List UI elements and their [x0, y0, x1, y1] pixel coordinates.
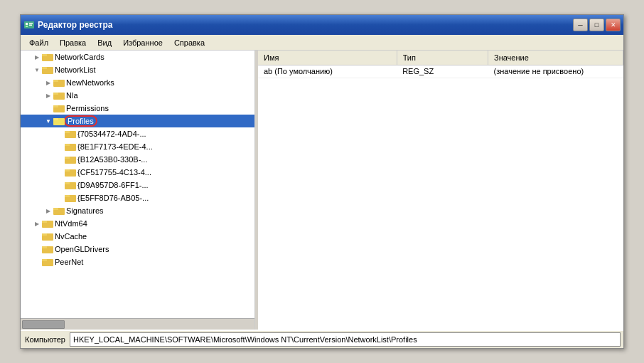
maximize-button[interactable]: □: [589, 19, 604, 31]
menu-file[interactable]: Файл: [23, 37, 54, 48]
app-icon: [23, 19, 35, 31]
tree-hscroll[interactable]: [21, 318, 254, 330]
cell-type: REG_SZ: [397, 65, 488, 78]
expander-guid5[interactable]: [55, 180, 65, 190]
label-permissions: Permissions: [66, 104, 109, 112]
titlebar: Редактор реестра ─ □ ✕: [21, 15, 623, 35]
expander-networkcards[interactable]: ▶: [32, 52, 42, 62]
tree-item-peernet[interactable]: PeerNet: [21, 256, 254, 268]
menu-favorites[interactable]: Избранное: [117, 37, 168, 48]
tree-item-nla[interactable]: ▶ Nla: [21, 89, 254, 102]
tree-scrollable[interactable]: ▶ NetworkCards ▼ NetworkList: [21, 51, 254, 318]
label-networklist: NetworkList: [55, 65, 95, 74]
tree-hscroll-thumb[interactable]: [22, 320, 65, 329]
folder-icon-guid1: [65, 129, 76, 139]
label-nla: Nla: [66, 91, 78, 100]
svg-rect-36: [42, 246, 47, 248]
expander-guid3[interactable]: [55, 154, 65, 164]
label-networkcards: NetworkCards: [55, 53, 104, 61]
expander-opengl[interactable]: [32, 244, 42, 254]
tree-item-guid1[interactable]: {70534472-4AD4-...: [21, 127, 254, 140]
svg-rect-28: [65, 195, 70, 197]
tree-item-ntvdm64[interactable]: ▶ NtVdm64: [21, 217, 254, 230]
tree-item-guid2[interactable]: {8E1F7173-4EDE-4...: [21, 140, 254, 153]
tree-item-newnetworks[interactable]: ▶ NewNetworks: [21, 76, 254, 89]
expander-profiles[interactable]: ▼: [43, 116, 53, 126]
label-newnetworks: NewNetworks: [66, 78, 114, 87]
status-path: HKEY_LOCAL_MACHINE\SOFTWARE\Microsoft\Wi…: [73, 335, 417, 344]
expander-nvcache[interactable]: [32, 231, 42, 241]
svg-rect-4: [26, 26, 28, 27]
svg-rect-18: [65, 131, 70, 133]
tree-item-guid3[interactable]: {B12A53B0-330B-...: [21, 153, 254, 166]
tree-item-guid6[interactable]: {E5FF8D76-AB05-...: [21, 191, 254, 204]
registry-editor-window: Редактор реестра ─ □ ✕ Файл Правка Вид И…: [20, 14, 624, 349]
svg-rect-20: [65, 144, 70, 146]
svg-rect-14: [53, 105, 58, 107]
svg-rect-26: [65, 182, 70, 184]
tree-item-networkcards[interactable]: ▶ NetworkCards: [21, 51, 254, 63]
table-row[interactable]: ab (По умолчанию) REG_SZ (значение не пр…: [258, 65, 623, 78]
label-signatures: Signatures: [66, 206, 104, 215]
menu-view[interactable]: Вид: [92, 37, 117, 48]
expander-permissions[interactable]: [43, 103, 53, 113]
folder-icon-guid2: [65, 142, 76, 152]
col-header-type: Тип: [397, 51, 488, 65]
label-opengl: OpenGLDrivers: [55, 245, 109, 253]
tree-item-permissions[interactable]: Permissions: [21, 102, 254, 115]
expander-ntvdm64[interactable]: ▶: [32, 219, 42, 228]
tree-item-guid5[interactable]: {D9A957D8-6FF1-...: [21, 179, 254, 191]
svg-rect-34: [42, 233, 47, 236]
expander-signatures[interactable]: ▶: [43, 206, 53, 216]
tree-item-nvcache[interactable]: NvCache: [21, 230, 254, 243]
expander-nla[interactable]: ▶: [43, 90, 53, 100]
folder-icon-nvcache: [42, 231, 53, 241]
folder-icon-opengl: [42, 244, 53, 254]
minimize-button[interactable]: ─: [573, 19, 588, 31]
titlebar-buttons: ─ □ ✕: [573, 19, 621, 31]
menu-help[interactable]: Справка: [168, 37, 210, 48]
tree-panel: ▶ NetworkCards ▼ NetworkList: [21, 51, 255, 330]
folder-icon-peernet: [42, 257, 53, 267]
label-ntvdm64: NtVdm64: [55, 219, 87, 228]
label-guid3: {B12A53B0-330B-...: [77, 155, 147, 164]
folder-icon-newnetworks: [53, 78, 65, 88]
tree-item-networklist[interactable]: ▼ NetworkList: [21, 63, 254, 76]
cell-value: (значение не присвоено): [488, 65, 623, 78]
svg-rect-38: [42, 259, 47, 261]
expander-peernet[interactable]: [32, 257, 42, 267]
label-peernet: PeerNet: [55, 258, 83, 266]
status-computer-label: Компьютер: [21, 335, 70, 344]
svg-rect-30: [53, 208, 58, 210]
svg-rect-22: [65, 157, 70, 159]
label-profiles: Profiles: [64, 115, 97, 127]
folder-icon-guid4: [65, 167, 76, 177]
close-button[interactable]: ✕: [606, 19, 621, 31]
tree-item-signatures[interactable]: ▶ Signatures: [21, 204, 254, 217]
tree-item-guid4[interactable]: {CF517755-4C13-4...: [21, 166, 254, 179]
folder-icon-networkcards: [42, 52, 53, 62]
expander-guid1[interactable]: [55, 129, 65, 139]
folder-icon-profiles: [53, 116, 65, 126]
folder-icon-networklist: [42, 65, 53, 75]
label-nvcache: NvCache: [55, 232, 87, 241]
folder-icon-permissions: [53, 103, 65, 113]
label-guid5: {D9A957D8-6FF1-...: [77, 181, 149, 189]
expander-newnetworks[interactable]: ▶: [43, 78, 53, 88]
menu-edit[interactable]: Правка: [54, 37, 92, 48]
status-path-box: HKEY_LOCAL_MACHINE\SOFTWARE\Microsoft\Wi…: [70, 332, 621, 347]
folder-icon-guid5: [65, 180, 76, 190]
svg-rect-6: [42, 54, 47, 56]
expander-guid2[interactable]: [55, 142, 65, 152]
svg-rect-1: [26, 23, 28, 25]
expander-guid6[interactable]: [55, 193, 65, 203]
tree-item-profiles[interactable]: ▼ Profiles: [21, 115, 254, 127]
folder-icon-guid6: [65, 193, 76, 203]
tree-item-opengl[interactable]: OpenGLDrivers: [21, 243, 254, 256]
svg-rect-3: [29, 25, 32, 26]
svg-rect-2: [29, 23, 33, 24]
expander-networklist[interactable]: ▼: [32, 65, 42, 75]
detail-table: Имя Тип Значение ab (По умолчанию) REG_S…: [258, 51, 623, 78]
expander-guid4[interactable]: [55, 167, 65, 177]
folder-icon-ntvdm64: [42, 219, 53, 228]
